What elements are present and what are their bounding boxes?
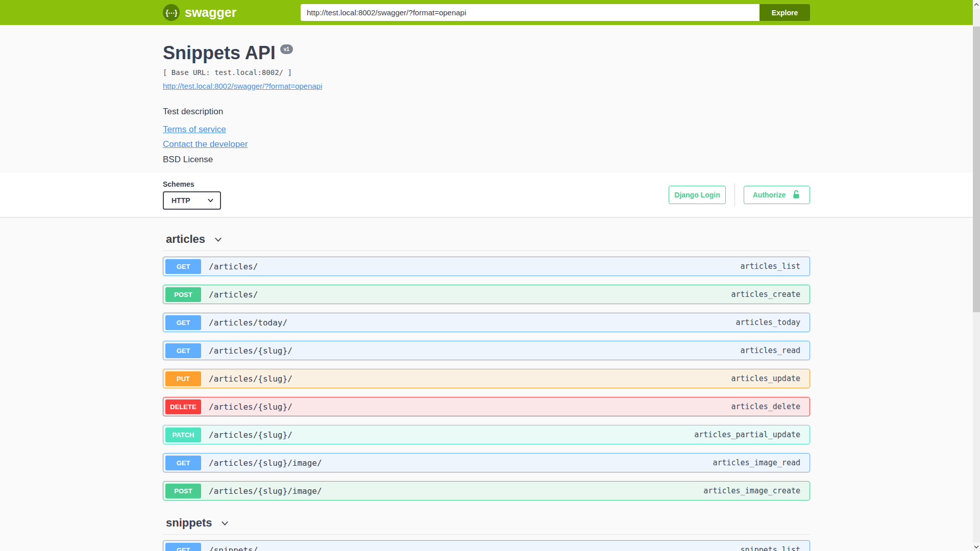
authorize-button-label: Authorize [753,191,786,199]
op-row[interactable]: GET /snippets/ snippets_list [163,540,810,551]
explore-form: Explore [301,4,810,21]
scheme-container: Schemes HTTP Django Login Authorize [0,172,973,217]
op-path: /articles/today/ [209,318,287,328]
op-path: /articles/ [209,262,258,271]
explore-button[interactable]: Explore [760,4,810,21]
scroll-up-button[interactable] [973,0,980,9]
op-id: articles_partial_update [694,430,800,439]
method-badge: PATCH [165,428,201,442]
contact-developer-link[interactable]: Contact the developer [163,139,248,149]
swagger-logo: {⋯} swagger [163,4,236,21]
op-id: articles_list [741,262,800,271]
op-id: articles_today [736,318,800,327]
chevron-down-icon [219,518,230,529]
op-id: snippets_list [741,545,800,551]
op-path: /articles/{slug}/ [209,402,292,412]
scheme-selected-value: HTTP [172,196,190,205]
auth-divider [734,183,735,206]
op-row[interactable]: DELETE /articles/{slug}/ articles_delete [163,397,810,416]
op-row[interactable]: GET /articles/{slug}/ articles_read [163,341,810,360]
operations-sections: articles GET /articles/ articles_list PO… [163,217,810,551]
section-title-text: snippets [166,516,212,530]
page-title: Snippets API [163,43,276,63]
license-text: BSD License [163,155,810,165]
swagger-logo-icon: {⋯} [163,4,180,21]
method-badge: POST [165,484,201,498]
django-login-button[interactable]: Django Login [669,186,726,204]
chevron-down-icon [213,234,224,245]
op-row[interactable]: GET /articles/ articles_list [163,257,810,276]
section-divider [163,251,810,251]
section-header[interactable]: snippets [163,516,810,530]
swagger-page: {⋯} swagger Explore Snippets API v1 [ Ba… [0,0,973,551]
op-id: articles_update [731,374,800,383]
op-row[interactable]: GET /articles/{slug}/image/ articles_ima… [163,453,810,472]
chevron-down-icon [207,197,214,204]
op-section-articles: articles GET /articles/ articles_list PO… [163,232,810,500]
method-badge: GET [165,259,201,274]
api-info: Snippets API v1 [ Base URL: test.local:8… [0,25,973,172]
op-path: /articles/{slug}/image/ [209,486,322,496]
terms-of-service-link[interactable]: Terms of service [163,124,226,135]
op-path: /articles/ [209,290,258,299]
url-input[interactable] [301,4,760,21]
scrollbar-track[interactable] [973,0,980,551]
method-badge: POST [165,287,201,302]
scroll-thumb[interactable] [973,27,980,312]
method-badge: GET [165,456,201,470]
op-list: GET /articles/ articles_list POST /artic… [163,257,810,500]
op-id: articles_image_read [713,458,800,467]
section-title-text: articles [166,233,205,246]
unlock-icon [792,190,801,199]
method-badge: PUT [165,371,201,386]
spec-link[interactable]: http://test.local:8002/swagger/?format=o… [163,82,322,90]
scroll-down-button[interactable] [973,542,980,551]
method-badge: DELETE [165,399,201,414]
op-row[interactable]: PATCH /articles/{slug}/ articles_partial… [163,425,810,444]
op-row[interactable]: POST /articles/ articles_create [163,285,810,304]
op-id: articles_delete [731,402,800,411]
section-header[interactable]: articles [163,232,810,246]
op-section-snippets: snippets GET /snippets/ snippets_list [163,516,810,551]
brand-title: swagger [185,5,236,20]
method-badge: GET [165,343,201,358]
op-path: /snippets/ [209,545,258,551]
op-row[interactable]: PUT /articles/{slug}/ articles_update [163,369,810,388]
schemes-group: Schemes HTTP [163,180,221,210]
version-badge: v1 [280,44,293,54]
op-id: articles_create [731,290,800,299]
method-badge: GET [165,315,201,330]
op-path: /articles/{slug}/ [209,374,292,384]
op-path: /articles/{slug}/ [209,346,292,356]
op-row[interactable]: POST /articles/{slug}/image/ articles_im… [163,481,810,500]
op-path: /articles/{slug}/ [209,430,292,440]
op-row[interactable]: GET /articles/today/ articles_today [163,313,810,332]
op-path: /articles/{slug}/image/ [209,458,322,468]
method-badge: GET [165,543,201,551]
auth-group: Django Login Authorize [669,183,810,206]
op-list: GET /snippets/ snippets_list [163,540,810,551]
topbar: {⋯} swagger Explore [0,0,973,25]
scheme-select[interactable]: HTTP [163,191,221,210]
op-id: articles_image_create [703,486,800,495]
schemes-label: Schemes [163,180,221,188]
base-url-text: [ Base URL: test.local:8002/ ] [163,68,810,77]
section-divider [163,534,810,535]
op-id: articles_read [741,346,800,355]
authorize-button[interactable]: Authorize [744,186,810,204]
api-description: Test description [163,107,810,117]
